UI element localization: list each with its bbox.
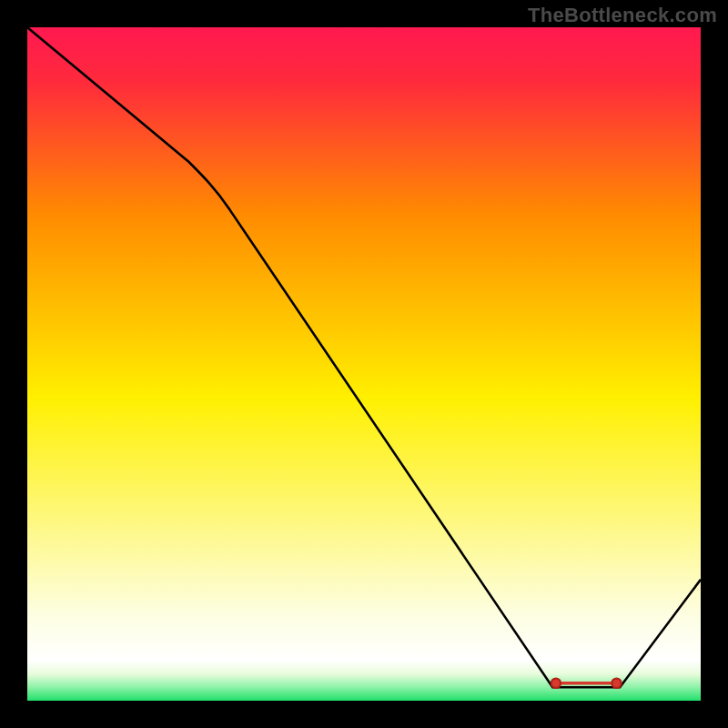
plot-area — [27, 27, 701, 701]
marker-dot-end — [612, 679, 621, 688]
watermark-text: TheBottleneck.com — [528, 4, 717, 27]
chart-frame: TheBottleneck.com — [0, 0, 728, 728]
marker-dot-start — [551, 679, 561, 688]
bottleneck-curve — [27, 27, 701, 687]
curve-svg — [27, 27, 701, 701]
